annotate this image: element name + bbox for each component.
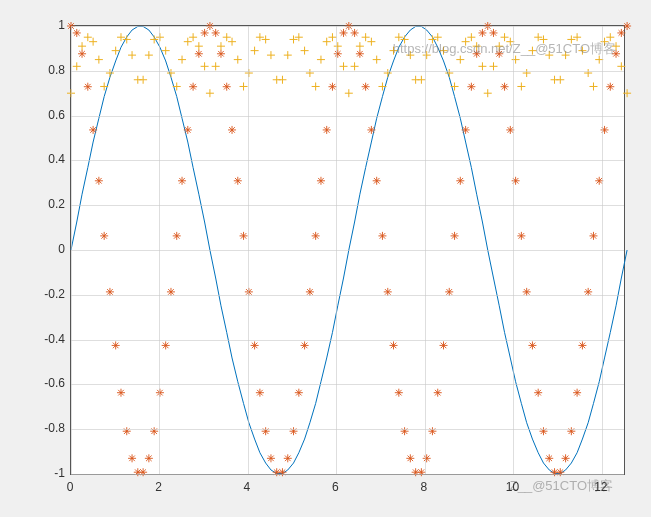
plus-marker [356, 42, 364, 50]
gridline-horizontal [71, 474, 624, 475]
star-marker [340, 29, 348, 37]
star-marker [78, 50, 86, 58]
star-marker [89, 126, 97, 134]
plus-marker [345, 89, 353, 97]
star-marker [117, 389, 125, 397]
x-tick-label: 4 [244, 480, 251, 494]
star-marker [578, 341, 586, 349]
gridline-horizontal [71, 250, 624, 251]
plus-marker [501, 33, 509, 41]
plus-marker [184, 38, 192, 46]
plus-marker [145, 51, 153, 59]
y-tick-label: 0.2 [40, 197, 65, 211]
plus-marker [378, 82, 386, 90]
plus-marker [462, 38, 470, 46]
plus-marker [323, 38, 331, 46]
plus-marker [278, 76, 286, 84]
gridline-horizontal [71, 160, 624, 161]
plus-marker [328, 33, 336, 41]
star-marker [284, 454, 292, 462]
star-marker [323, 126, 331, 134]
y-tick-label: -0.2 [40, 287, 65, 301]
star-marker [495, 50, 503, 58]
star-marker [517, 232, 525, 240]
plus-marker [223, 33, 231, 41]
plus-marker [317, 56, 325, 64]
star-marker [562, 454, 570, 462]
plus-marker [589, 82, 597, 90]
star-marker [617, 29, 625, 37]
star-marker [556, 468, 564, 476]
plus-marker [367, 38, 375, 46]
plus-marker [228, 38, 236, 46]
star-marker [351, 29, 359, 37]
star-marker [534, 389, 542, 397]
x-tick-label: 6 [332, 480, 339, 494]
plus-marker [623, 89, 631, 97]
axes [70, 25, 625, 475]
plus-marker [534, 33, 542, 41]
gridline-horizontal [71, 295, 624, 296]
plus-marker [495, 42, 503, 50]
plus-marker [434, 33, 442, 41]
plus-marker [478, 62, 486, 70]
star-marker [201, 29, 209, 37]
star-marker [301, 341, 309, 349]
y-tick-label: -0.6 [40, 376, 65, 390]
plus-marker [290, 35, 298, 43]
star-marker [278, 468, 286, 476]
plus-marker [567, 35, 575, 43]
plus-marker [406, 51, 414, 59]
plus-marker [189, 33, 197, 41]
star-marker [73, 29, 81, 37]
star-marker [589, 232, 597, 240]
star-marker [462, 126, 470, 134]
star-marker [317, 177, 325, 185]
x-tick-label: 8 [421, 480, 428, 494]
plus-marker [373, 56, 381, 64]
star-marker [240, 232, 248, 240]
plus-marker [89, 38, 97, 46]
figure: https://blog.csdn.net/Z__@51CTO博客 Z__@51… [10, 10, 641, 507]
plus-marker [340, 62, 348, 70]
star-marker [212, 29, 220, 37]
plus-marker [295, 33, 303, 41]
y-tick-label: -0.4 [40, 332, 65, 346]
star-marker [612, 50, 620, 58]
star-marker [545, 454, 553, 462]
star-marker [451, 232, 459, 240]
star-marker [473, 50, 481, 58]
plus-marker [484, 89, 492, 97]
star-marker [267, 454, 275, 462]
plus-marker [423, 51, 431, 59]
star-marker [467, 83, 475, 91]
plus-marker [539, 35, 547, 43]
plus-marker [117, 33, 125, 41]
plus-marker [73, 62, 81, 70]
star-marker [100, 232, 108, 240]
star-marker [295, 389, 303, 397]
star-marker [234, 177, 242, 185]
plus-marker [612, 42, 620, 50]
plus-marker [517, 82, 525, 90]
star-marker [434, 389, 442, 397]
plus-marker [467, 33, 475, 41]
plus-marker [95, 56, 103, 64]
star-marker [334, 50, 342, 58]
plus-marker [351, 62, 359, 70]
star-marker [184, 126, 192, 134]
star-marker [162, 341, 170, 349]
star-marker [440, 341, 448, 349]
plus-marker [395, 33, 403, 41]
plus-marker [456, 56, 464, 64]
y-tick-label: 0.8 [40, 63, 65, 77]
star-marker [251, 341, 259, 349]
plus-marker [178, 56, 186, 64]
x-tick-label: 12 [594, 480, 607, 494]
plus-marker [251, 47, 259, 55]
plus-marker [489, 62, 497, 70]
star-marker [406, 454, 414, 462]
star-marker [223, 83, 231, 91]
plus-marker [262, 35, 270, 43]
plus-marker [528, 47, 536, 55]
